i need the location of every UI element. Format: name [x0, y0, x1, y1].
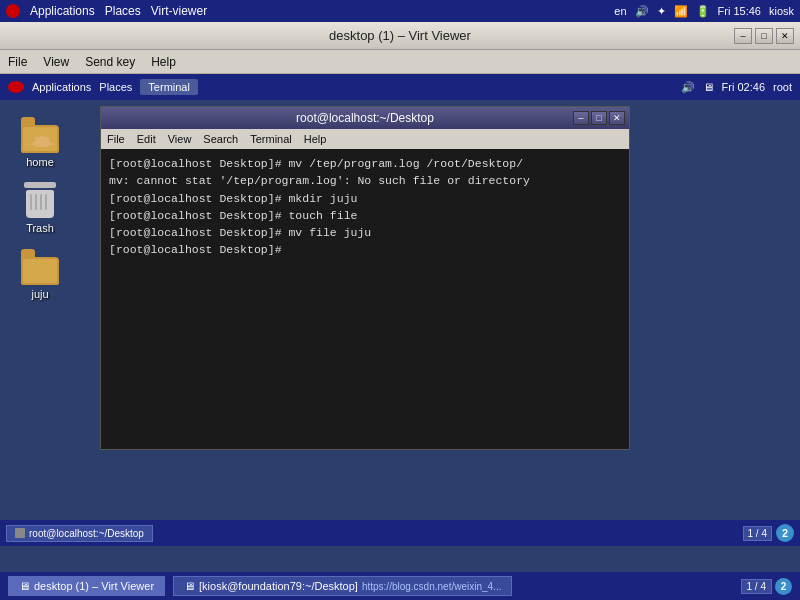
- trash-body: [26, 190, 54, 218]
- vm-terminal-tab[interactable]: Terminal: [140, 79, 198, 95]
- vm-logo: [8, 81, 24, 93]
- trash-label: Trash: [26, 222, 54, 234]
- terminal-window: root@localhost:~/Desktop – □ ✕ File Edit…: [100, 106, 630, 450]
- home-folder-shape: [21, 115, 59, 153]
- trash-line: [40, 194, 42, 210]
- terminal-maximize[interactable]: □: [591, 111, 607, 125]
- home-icon: [20, 114, 60, 154]
- outer-task-term-icon: 🖥: [184, 580, 195, 592]
- outer-pager: 1 / 4 2: [741, 578, 792, 595]
- virt-viewer-titlebar: desktop (1) – Virt Viewer – □ ✕: [0, 22, 800, 50]
- menu-help[interactable]: Help: [151, 55, 176, 69]
- home-icon-item[interactable]: home: [8, 110, 72, 172]
- vm-audio-icon: 🔊: [681, 81, 695, 94]
- trash-line: [30, 194, 32, 210]
- outer-task-vv-icon: 🖥: [19, 580, 30, 592]
- desktop-icons: home: [8, 110, 72, 304]
- taskbar-item-icon: [15, 528, 25, 538]
- outer-taskbar-right: 1 / 4 2: [741, 578, 792, 595]
- system-lang: en: [614, 5, 626, 17]
- home-label: home: [26, 156, 54, 168]
- taskbar-item-label: root@localhost:~/Desktop: [29, 528, 144, 539]
- system-bluetooth-icon: ✦: [657, 5, 666, 18]
- vm-display: Applications Places Terminal 🔊 🖥 Fri 02:…: [0, 74, 800, 572]
- terminal-line-1: [root@localhost Desktop]# mv /tep/progra…: [109, 155, 621, 172]
- system-bar: Applications Places Virt-viewer en 🔊 ✦ 📶…: [0, 0, 800, 22]
- outer-pager-circle[interactable]: 2: [775, 578, 792, 595]
- system-logo: [6, 4, 20, 18]
- system-audio-icon: 🔊: [635, 5, 649, 18]
- outer-task-terminal[interactable]: 🖥 [kiosk@foundation79:~/Desktop] https:/…: [173, 576, 512, 596]
- close-button[interactable]: ✕: [776, 28, 794, 44]
- trash-icon-item[interactable]: Trash: [8, 176, 72, 238]
- terminal-body[interactable]: [root@localhost Desktop]# mv /tep/progra…: [101, 149, 629, 449]
- trash-line: [45, 194, 47, 210]
- vm-apps[interactable]: Applications: [32, 81, 91, 93]
- menu-view[interactable]: View: [43, 55, 69, 69]
- vm-time: Fri 02:46: [722, 81, 765, 93]
- vm-screen-icon: 🖥: [703, 81, 714, 93]
- terminal-menubar: File Edit View Search Terminal Help: [101, 129, 629, 149]
- outer-taskbar: 🖥 desktop (1) – Virt Viewer 🖥 [kiosk@fou…: [0, 572, 800, 600]
- menu-send-key[interactable]: Send key: [85, 55, 135, 69]
- terminal-title: root@localhost:~/Desktop: [296, 111, 434, 125]
- folder-tab: [21, 117, 35, 125]
- system-wifi-icon: 📶: [674, 5, 688, 18]
- juju-folder-shape: [21, 247, 59, 285]
- term-menu-edit[interactable]: Edit: [137, 133, 156, 145]
- terminal-controls: – □ ✕: [573, 111, 625, 125]
- maximize-button[interactable]: □: [755, 28, 773, 44]
- vm-pager-circle[interactable]: 2: [776, 524, 794, 542]
- juju-folder-tab: [21, 249, 35, 257]
- system-battery-icon: 🔋: [696, 5, 710, 18]
- terminal-line-2: mv: cannot stat '/tep/program.log': No s…: [109, 172, 621, 189]
- outer-task-vv-label: desktop (1) – Virt Viewer: [34, 580, 154, 592]
- system-window-title: Virt-viewer: [151, 4, 207, 18]
- term-menu-file[interactable]: File: [107, 133, 125, 145]
- juju-icon: [20, 246, 60, 286]
- trash-lid: [24, 182, 56, 188]
- vm-places[interactable]: Places: [99, 81, 132, 93]
- vm-taskbar-item[interactable]: root@localhost:~/Desktop: [6, 525, 153, 542]
- minimize-button[interactable]: –: [734, 28, 752, 44]
- trash-lines: [26, 190, 54, 214]
- virt-viewer-menubar: File View Send key Help: [0, 50, 800, 74]
- terminal-titlebar: root@localhost:~/Desktop – □ ✕: [101, 107, 629, 129]
- trash-line: [35, 194, 37, 210]
- folder-body: [21, 125, 59, 153]
- house-body: [35, 137, 49, 147]
- juju-label: juju: [31, 288, 48, 300]
- desktop: home: [0, 100, 800, 546]
- juju-folder-inner: [23, 259, 57, 283]
- window-controls: – □ ✕: [734, 28, 794, 44]
- vm-taskbar: root@localhost:~/Desktop 1 / 4 2: [0, 520, 800, 546]
- vm-user: root: [773, 81, 792, 93]
- juju-folder-body: [21, 257, 59, 285]
- vm-taskbar-pager: 1 / 4 2: [743, 524, 794, 542]
- term-menu-terminal[interactable]: Terminal: [250, 133, 292, 145]
- terminal-minimize[interactable]: –: [573, 111, 589, 125]
- trash-icon: [20, 180, 60, 220]
- virt-viewer-title: desktop (1) – Virt Viewer: [329, 28, 471, 43]
- terminal-line-3: [root@localhost Desktop]# mkdir juju: [109, 190, 621, 207]
- menu-file[interactable]: File: [8, 55, 27, 69]
- terminal-line-5: [root@localhost Desktop]# mv file juju: [109, 224, 621, 241]
- terminal-close[interactable]: ✕: [609, 111, 625, 125]
- term-menu-help[interactable]: Help: [304, 133, 327, 145]
- vm-pager-num[interactable]: 1 / 4: [743, 526, 772, 541]
- outer-task-url: https://blog.csdn.net/weixin_4...: [362, 581, 502, 592]
- folder-inner: [23, 127, 57, 151]
- term-menu-view[interactable]: View: [168, 133, 192, 145]
- trash-shape: [25, 182, 55, 218]
- vm-panel: Applications Places Terminal 🔊 🖥 Fri 02:…: [0, 74, 800, 100]
- juju-icon-item[interactable]: juju: [8, 242, 72, 304]
- term-menu-search[interactable]: Search: [203, 133, 238, 145]
- system-apps[interactable]: Applications: [30, 4, 95, 18]
- system-places[interactable]: Places: [105, 4, 141, 18]
- outer-window: Applications Places Virt-viewer en 🔊 ✦ 📶…: [0, 0, 800, 600]
- system-time: Fri 15:46: [718, 5, 761, 17]
- outer-task-term-label: [kiosk@foundation79:~/Desktop]: [199, 580, 358, 592]
- outer-pager-num[interactable]: 1 / 4: [741, 579, 772, 594]
- terminal-line-4: [root@localhost Desktop]# touch file: [109, 207, 621, 224]
- outer-task-virt-viewer[interactable]: 🖥 desktop (1) – Virt Viewer: [8, 576, 165, 596]
